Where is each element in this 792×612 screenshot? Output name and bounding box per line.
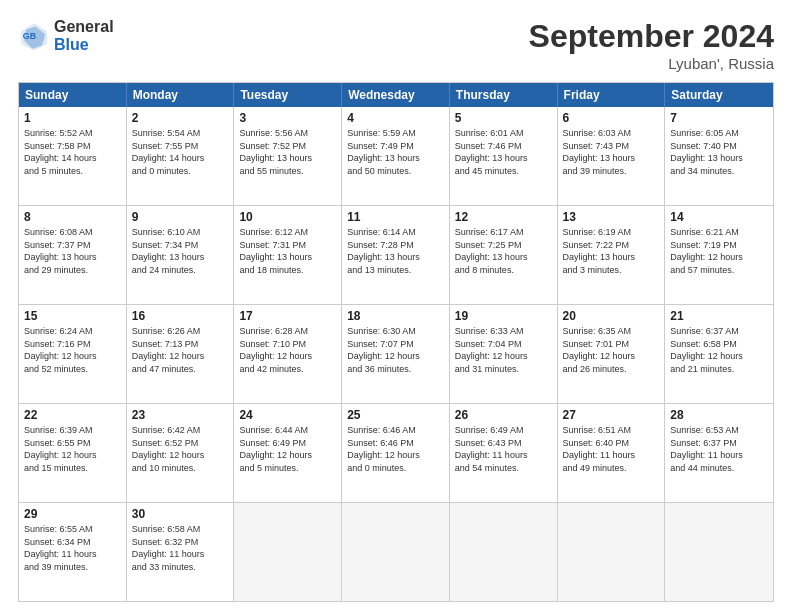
cell-info: Sunrise: 6:17 AMSunset: 7:25 PMDaylight:…: [455, 226, 552, 276]
cell-tue-4: 24 Sunrise: 6:44 AMSunset: 6:49 PMDaylig…: [234, 404, 342, 502]
header-saturday: Saturday: [665, 83, 773, 107]
cell-fri-3: 20 Sunrise: 6:35 AMSunset: 7:01 PMDaylig…: [558, 305, 666, 403]
day-number: 18: [347, 309, 444, 323]
cell-info: Sunrise: 6:58 AMSunset: 6:32 PMDaylight:…: [132, 523, 229, 573]
cell-tue-3: 17 Sunrise: 6:28 AMSunset: 7:10 PMDaylig…: [234, 305, 342, 403]
cell-tue-1: 3 Sunrise: 5:56 AMSunset: 7:52 PMDayligh…: [234, 107, 342, 205]
cell-mon-4: 23 Sunrise: 6:42 AMSunset: 6:52 PMDaylig…: [127, 404, 235, 502]
cell-info: Sunrise: 6:26 AMSunset: 7:13 PMDaylight:…: [132, 325, 229, 375]
cell-empty-3: [450, 503, 558, 601]
cell-info: Sunrise: 6:28 AMSunset: 7:10 PMDaylight:…: [239, 325, 336, 375]
location: Lyuban', Russia: [529, 55, 774, 72]
header-wednesday: Wednesday: [342, 83, 450, 107]
cell-thu-3: 19 Sunrise: 6:33 AMSunset: 7:04 PMDaylig…: [450, 305, 558, 403]
day-number: 20: [563, 309, 660, 323]
day-number: 3: [239, 111, 336, 125]
day-number: 22: [24, 408, 121, 422]
day-number: 1: [24, 111, 121, 125]
cell-wed-2: 11 Sunrise: 6:14 AMSunset: 7:28 PMDaylig…: [342, 206, 450, 304]
cell-sun-5: 29 Sunrise: 6:55 AMSunset: 6:34 PMDaylig…: [19, 503, 127, 601]
cell-info: Sunrise: 6:44 AMSunset: 6:49 PMDaylight:…: [239, 424, 336, 474]
cell-info: Sunrise: 6:05 AMSunset: 7:40 PMDaylight:…: [670, 127, 768, 177]
cell-info: Sunrise: 6:03 AMSunset: 7:43 PMDaylight:…: [563, 127, 660, 177]
cell-info: Sunrise: 6:46 AMSunset: 6:46 PMDaylight:…: [347, 424, 444, 474]
header-tuesday: Tuesday: [234, 83, 342, 107]
header-friday: Friday: [558, 83, 666, 107]
header-sunday: Sunday: [19, 83, 127, 107]
cell-wed-1: 4 Sunrise: 5:59 AMSunset: 7:49 PMDayligh…: [342, 107, 450, 205]
cell-info: Sunrise: 6:37 AMSunset: 6:58 PMDaylight:…: [670, 325, 768, 375]
cell-sat-2: 14 Sunrise: 6:21 AMSunset: 7:19 PMDaylig…: [665, 206, 773, 304]
day-number: 30: [132, 507, 229, 521]
day-number: 29: [24, 507, 121, 521]
day-number: 24: [239, 408, 336, 422]
day-number: 10: [239, 210, 336, 224]
day-number: 26: [455, 408, 552, 422]
day-number: 13: [563, 210, 660, 224]
logo-blue: Blue: [54, 36, 114, 54]
cell-sat-1: 7 Sunrise: 6:05 AMSunset: 7:40 PMDayligh…: [665, 107, 773, 205]
calendar-row-1: 1 Sunrise: 5:52 AMSunset: 7:58 PMDayligh…: [19, 107, 773, 205]
cell-mon-5: 30 Sunrise: 6:58 AMSunset: 6:32 PMDaylig…: [127, 503, 235, 601]
day-number: 12: [455, 210, 552, 224]
day-number: 4: [347, 111, 444, 125]
calendar: Sunday Monday Tuesday Wednesday Thursday…: [18, 82, 774, 602]
cell-thu-1: 5 Sunrise: 6:01 AMSunset: 7:46 PMDayligh…: [450, 107, 558, 205]
cell-fri-1: 6 Sunrise: 6:03 AMSunset: 7:43 PMDayligh…: [558, 107, 666, 205]
cell-info: Sunrise: 6:24 AMSunset: 7:16 PMDaylight:…: [24, 325, 121, 375]
cell-fri-4: 27 Sunrise: 6:51 AMSunset: 6:40 PMDaylig…: [558, 404, 666, 502]
cell-info: Sunrise: 6:33 AMSunset: 7:04 PMDaylight:…: [455, 325, 552, 375]
cell-info: Sunrise: 6:51 AMSunset: 6:40 PMDaylight:…: [563, 424, 660, 474]
day-number: 2: [132, 111, 229, 125]
cell-wed-3: 18 Sunrise: 6:30 AMSunset: 7:07 PMDaylig…: [342, 305, 450, 403]
cell-sat-4: 28 Sunrise: 6:53 AMSunset: 6:37 PMDaylig…: [665, 404, 773, 502]
calendar-body: 1 Sunrise: 5:52 AMSunset: 7:58 PMDayligh…: [19, 107, 773, 601]
cell-mon-1: 2 Sunrise: 5:54 AMSunset: 7:55 PMDayligh…: [127, 107, 235, 205]
cell-sat-3: 21 Sunrise: 6:37 AMSunset: 6:58 PMDaylig…: [665, 305, 773, 403]
day-number: 5: [455, 111, 552, 125]
cell-info: Sunrise: 6:49 AMSunset: 6:43 PMDaylight:…: [455, 424, 552, 474]
cell-info: Sunrise: 6:14 AMSunset: 7:28 PMDaylight:…: [347, 226, 444, 276]
day-number: 6: [563, 111, 660, 125]
header-thursday: Thursday: [450, 83, 558, 107]
day-number: 9: [132, 210, 229, 224]
cell-info: Sunrise: 5:54 AMSunset: 7:55 PMDaylight:…: [132, 127, 229, 177]
cell-info: Sunrise: 6:30 AMSunset: 7:07 PMDaylight:…: [347, 325, 444, 375]
svg-text:GB: GB: [23, 31, 36, 41]
day-number: 27: [563, 408, 660, 422]
cell-info: Sunrise: 6:10 AMSunset: 7:34 PMDaylight:…: [132, 226, 229, 276]
logo-text: General Blue: [54, 18, 114, 53]
day-number: 8: [24, 210, 121, 224]
day-number: 14: [670, 210, 768, 224]
day-number: 25: [347, 408, 444, 422]
cell-info: Sunrise: 5:59 AMSunset: 7:49 PMDaylight:…: [347, 127, 444, 177]
calendar-row-5: 29 Sunrise: 6:55 AMSunset: 6:34 PMDaylig…: [19, 502, 773, 601]
day-number: 15: [24, 309, 121, 323]
cell-info: Sunrise: 6:01 AMSunset: 7:46 PMDaylight:…: [455, 127, 552, 177]
cell-empty-5: [665, 503, 773, 601]
logo-general: General: [54, 18, 114, 36]
cell-wed-4: 25 Sunrise: 6:46 AMSunset: 6:46 PMDaylig…: [342, 404, 450, 502]
cell-sun-1: 1 Sunrise: 5:52 AMSunset: 7:58 PMDayligh…: [19, 107, 127, 205]
cell-info: Sunrise: 6:35 AMSunset: 7:01 PMDaylight:…: [563, 325, 660, 375]
calendar-row-4: 22 Sunrise: 6:39 AMSunset: 6:55 PMDaylig…: [19, 403, 773, 502]
cell-sun-2: 8 Sunrise: 6:08 AMSunset: 7:37 PMDayligh…: [19, 206, 127, 304]
cell-sun-3: 15 Sunrise: 6:24 AMSunset: 7:16 PMDaylig…: [19, 305, 127, 403]
cell-fri-2: 13 Sunrise: 6:19 AMSunset: 7:22 PMDaylig…: [558, 206, 666, 304]
cell-empty-1: [234, 503, 342, 601]
cell-info: Sunrise: 5:52 AMSunset: 7:58 PMDaylight:…: [24, 127, 121, 177]
cell-info: Sunrise: 6:55 AMSunset: 6:34 PMDaylight:…: [24, 523, 121, 573]
day-number: 19: [455, 309, 552, 323]
cell-tue-2: 10 Sunrise: 6:12 AMSunset: 7:31 PMDaylig…: [234, 206, 342, 304]
header-monday: Monday: [127, 83, 235, 107]
cell-mon-2: 9 Sunrise: 6:10 AMSunset: 7:34 PMDayligh…: [127, 206, 235, 304]
page: GB General Blue September 2024 Lyuban', …: [0, 0, 792, 612]
cell-info: Sunrise: 6:39 AMSunset: 6:55 PMDaylight:…: [24, 424, 121, 474]
cell-info: Sunrise: 6:19 AMSunset: 7:22 PMDaylight:…: [563, 226, 660, 276]
day-number: 16: [132, 309, 229, 323]
month-title: September 2024: [529, 18, 774, 55]
cell-sun-4: 22 Sunrise: 6:39 AMSunset: 6:55 PMDaylig…: [19, 404, 127, 502]
cell-mon-3: 16 Sunrise: 6:26 AMSunset: 7:13 PMDaylig…: [127, 305, 235, 403]
logo: GB General Blue: [18, 18, 114, 53]
calendar-row-2: 8 Sunrise: 6:08 AMSunset: 7:37 PMDayligh…: [19, 205, 773, 304]
